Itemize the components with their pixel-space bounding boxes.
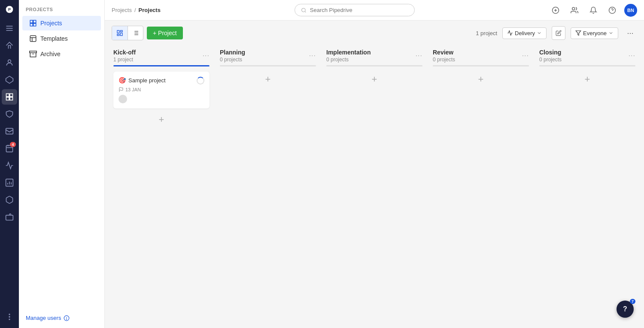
card-date: 13 JAN [118,87,204,92]
column-title-implementation: Implementation [326,49,371,56]
column-info: Planning 0 projects [220,49,245,63]
search-input[interactable] [310,7,408,13]
more-options-button[interactable]: ··· [623,26,637,40]
nav-icon-marketing[interactable] [2,209,17,225]
svg-rect-44 [117,30,119,33]
edit-icon [556,30,562,36]
column-progress-planning [220,65,316,66]
pipeline-selector[interactable]: Delivery [502,27,547,39]
nav-icon-contacts[interactable] [2,55,17,70]
column-count-review: 0 projects [433,57,455,63]
column-body-implementation: + [323,70,426,321]
svg-rect-25 [33,20,36,23]
add-item-button-review[interactable]: + [433,72,529,87]
column-count-planning: 0 projects [220,57,245,63]
card-header: 🎯 Sample project [118,77,204,84]
sidebar-item-templates[interactable]: Templates [22,31,101,46]
card-title: 🎯 Sample project [118,77,166,84]
board-column-kickoff: Kick-off 1 project ··· 🎯 Sample project [110,45,213,321]
left-navigation: P 4 [0,0,19,328]
nav-icon-deals[interactable] [2,72,17,87]
board-column-planning: Planning 0 projects ··· + [216,45,319,321]
svg-marker-54 [576,31,581,36]
add-item-button-implementation[interactable]: + [326,72,422,87]
sidebar: PROJECTS Projects Templates Archive Mana… [19,0,105,328]
nav-icon-projects[interactable] [2,89,17,105]
column-progress-bar-kickoff [113,65,210,66]
manage-users-link[interactable]: Manage users [19,308,104,328]
add-item-button-closing[interactable]: + [539,72,635,87]
sidebar-item-archive[interactable]: Archive [22,47,101,61]
svg-rect-45 [120,30,122,32]
board-view-button[interactable] [112,26,128,40]
help-label: ? [623,305,627,313]
sidebar-item-projects[interactable]: Projects [22,16,101,30]
nav-icon-hamburger[interactable] [2,21,17,36]
column-progress-kickoff [113,65,210,66]
column-more-closing[interactable]: ··· [629,52,635,59]
card-name: Sample project [128,77,166,84]
nav-icon-calendar[interactable]: 4 [2,141,17,156]
column-info: Implementation 0 projects [326,49,371,63]
archive-icon [29,50,37,58]
svg-rect-11 [6,128,13,134]
svg-rect-28 [30,36,36,42]
help-bubble[interactable]: ? 7 [617,301,634,318]
add-project-button[interactable]: + Project [147,27,183,39]
project-count: 1 project [476,30,497,36]
column-body-planning: + [216,70,319,321]
breadcrumb-separator: / [134,7,136,13]
column-title-planning: Planning [220,49,245,56]
nav-icon-products[interactable] [2,192,17,208]
add-item-button-kickoff[interactable]: + [113,112,210,127]
search-area [166,4,544,16]
column-info: Kick-off 1 project [113,49,136,63]
everyone-label: Everyone [583,30,607,36]
column-more-kickoff[interactable]: ··· [203,52,210,59]
column-more-planning[interactable]: ··· [309,52,316,59]
column-progress-implementation [326,65,422,66]
svg-rect-7 [6,94,9,97]
help-icon [608,6,616,14]
edit-button[interactable] [552,26,565,40]
pipeline-icon [507,30,513,36]
column-header-closing: Closing 0 projects ··· [536,45,639,65]
nav-icon-more[interactable] [2,309,17,325]
nav-icon-home[interactable] [2,38,17,53]
svg-point-22 [9,316,10,317]
add-button[interactable] [549,3,562,17]
nav-icon-insights[interactable] [2,158,17,173]
logo[interactable]: P [3,3,15,15]
column-header-implementation: Implementation 0 projects ··· [323,45,426,65]
user-avatar[interactable]: BN [624,4,637,17]
nav-icon-mail[interactable] [2,123,17,139]
column-title-review: Review [433,49,455,56]
list-view-button[interactable] [128,26,143,40]
team-icon-btn[interactable] [568,3,581,17]
column-info: Closing 0 projects [539,49,562,63]
search-icon [301,7,307,13]
notifications-btn[interactable] [586,3,600,17]
column-more-implementation[interactable]: ··· [416,52,422,59]
sidebar-item-projects-label: Projects [40,20,62,27]
column-header-planning: Planning 0 projects ··· [216,45,319,65]
column-count-closing: 0 projects [539,57,562,63]
nav-icon-campaigns[interactable] [2,106,17,122]
add-item-button-planning[interactable]: + [220,72,316,87]
calendar-badge: 4 [10,142,16,147]
breadcrumb: Projects / Projects [112,7,161,13]
svg-rect-8 [10,94,13,97]
column-body-review: + [429,70,532,321]
help-btn[interactable] [605,3,619,17]
column-header-kickoff: Kick-off 1 project ··· [110,45,213,65]
project-card-sample[interactable]: 🎯 Sample project 13 JAN [113,72,210,108]
plus-icon [552,6,559,14]
search-box[interactable] [295,4,415,16]
everyone-filter[interactable]: Everyone [571,27,618,39]
column-body-kickoff: 🎯 Sample project 13 JAN + [110,70,213,321]
column-progress-review [433,65,529,66]
column-more-review[interactable]: ··· [522,52,529,59]
column-count-implementation: 0 projects [326,57,371,63]
nav-icon-reports[interactable] [2,175,17,190]
sidebar-item-archive-label: Archive [40,51,61,57]
